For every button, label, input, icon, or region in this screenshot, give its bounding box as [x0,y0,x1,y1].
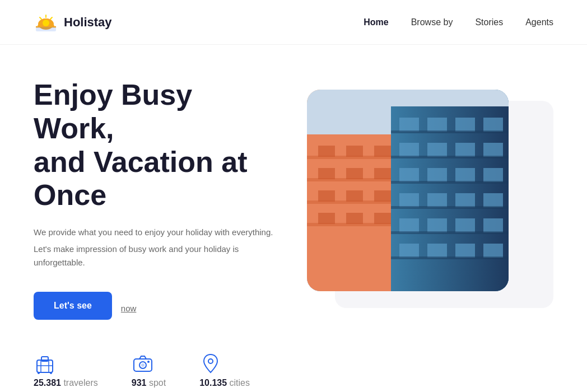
svg-point-69 [208,359,213,363]
svg-rect-54 [391,181,509,184]
svg-point-67 [141,363,145,367]
svg-rect-46 [455,218,475,232]
cta-button[interactable]: Let's see [34,292,112,320]
svg-rect-24 [307,200,397,204]
svg-rect-47 [483,218,503,232]
svg-rect-30 [455,118,475,132]
svg-rect-43 [483,193,503,207]
logo-icon [34,12,58,33]
svg-rect-13 [318,168,335,179]
svg-rect-58 [37,360,53,372]
svg-rect-11 [346,146,363,157]
hero-subtitle2: Let's make impression of busy work and y… [34,242,280,269]
building-image [307,90,509,291]
svg-rect-53 [391,156,509,158]
svg-rect-20 [346,213,363,224]
svg-point-4 [43,20,49,26]
svg-rect-14 [346,168,363,179]
svg-line-6 [50,17,52,19]
svg-rect-12 [374,146,391,157]
svg-point-68 [147,361,150,363]
stat-cities-number: 10.135 cities [199,378,250,388]
location-icon [199,352,222,375]
svg-rect-33 [427,143,447,157]
hero-title: Enjoy Busy Work, and Vacation at Once [34,78,280,212]
hero-subtitle1: We provide what you need to enjoy your h… [34,226,280,239]
svg-line-7 [40,17,41,19]
svg-rect-50 [455,244,475,258]
stats-section: 25.381 travelers 931 spot 10.135 cities [0,347,587,392]
svg-rect-34 [455,143,475,157]
svg-rect-25 [307,223,397,226]
svg-rect-10 [318,146,335,157]
logo[interactable]: Holistay [34,12,112,33]
nav-stories[interactable]: Stories [475,17,503,27]
svg-rect-40 [399,193,419,207]
camera-icon [132,352,154,375]
svg-rect-21 [374,213,391,224]
stat-travelers-number: 25.381 travelers [34,378,98,388]
svg-rect-17 [346,190,363,202]
nav-home[interactable]: Home [364,17,388,27]
hero-section: Enjoy Busy Work, and Vacation at Once We… [0,45,587,347]
svg-rect-3 [36,27,56,31]
nav-agents[interactable]: Agents [525,17,553,27]
svg-rect-56 [391,231,509,234]
stat-spot: 931 spot [132,352,166,388]
svg-rect-39 [483,168,503,182]
svg-rect-28 [399,118,419,132]
cta-row: Let's see now [34,292,280,324]
svg-rect-44 [399,218,419,232]
svg-point-63 [38,372,40,374]
svg-rect-48 [399,244,419,258]
svg-rect-29 [427,118,447,132]
svg-rect-52 [391,130,509,133]
svg-rect-19 [318,213,335,224]
secondary-link[interactable]: now [121,304,137,313]
svg-rect-36 [399,168,419,182]
svg-rect-16 [318,190,335,202]
svg-rect-18 [374,190,391,202]
stat-cities: 10.135 cities [199,352,250,388]
svg-rect-23 [307,178,397,181]
svg-rect-37 [427,168,447,182]
svg-rect-45 [427,218,447,232]
svg-rect-32 [399,143,419,157]
svg-rect-38 [455,168,475,182]
hero-image-area [307,90,553,314]
stat-travelers: 25.381 travelers [34,352,98,388]
building-svg [307,90,509,291]
svg-rect-31 [483,118,503,132]
svg-rect-51 [483,244,503,258]
nav-browse-by[interactable]: Browse by [411,17,453,27]
suitcase-icon [34,352,56,375]
svg-rect-57 [391,256,509,259]
main-nav: Home Browse by Stories Agents [364,17,553,27]
svg-rect-35 [483,143,503,157]
svg-rect-42 [455,193,475,207]
svg-rect-15 [374,168,391,179]
svg-point-64 [50,372,52,374]
stat-spot-number: 931 spot [132,378,166,388]
svg-rect-22 [307,156,397,159]
hero-content: Enjoy Busy Work, and Vacation at Once We… [34,78,280,324]
svg-rect-55 [391,206,509,209]
logo-text: Holistay [64,15,112,30]
svg-rect-49 [427,244,447,258]
svg-rect-41 [427,193,447,207]
